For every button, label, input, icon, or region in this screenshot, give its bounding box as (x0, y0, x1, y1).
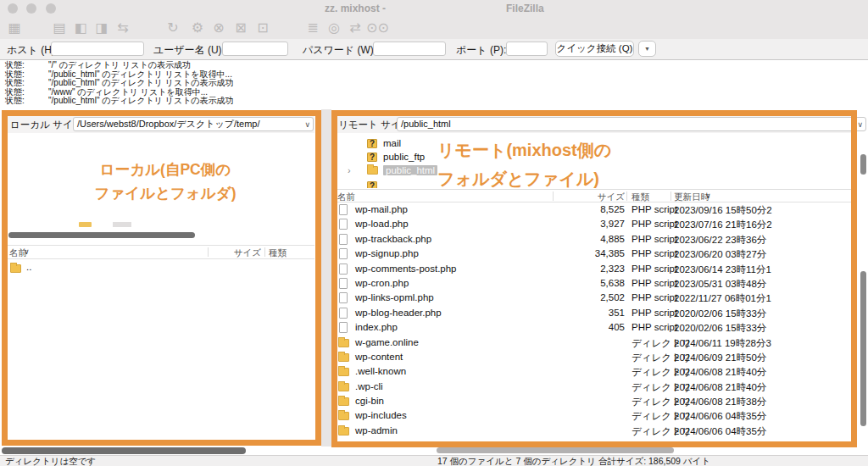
remote-file-row[interactable]: cgi-binディレクトリ2024/06/08 21時38分 (331, 394, 851, 408)
file-size: 2,502 (543, 292, 625, 302)
local-row-name: .. (26, 262, 31, 272)
remote-site-bar: リモート サイト: /public_html ∨ (337, 116, 851, 133)
port-input[interactable] (506, 42, 548, 56)
file-modified: 2024/06/11 19時28分3 (674, 337, 771, 350)
synchronized-browsing-icon[interactable]: ⇄ (345, 19, 365, 36)
remote-file-row[interactable]: wp-signup.php34,385PHP script2023/06/20 … (331, 247, 851, 261)
file-icon (339, 292, 348, 303)
directory-listing-icon[interactable]: ≣ (303, 19, 323, 36)
local-tree-vscrollbar[interactable] (315, 186, 320, 207)
file-name: wp-cron.php (355, 278, 409, 288)
file-size: 351 (543, 308, 625, 318)
expander-icon[interactable]: › (348, 165, 351, 175)
remote-annotation: リモート(mixhost側の フォルダとファイル) (437, 136, 611, 193)
remote-file-row[interactable]: wp-blog-header.php351PHP script2020/02/0… (331, 306, 851, 320)
message-log-toggle-icon[interactable]: ▤ (49, 19, 70, 36)
chevron-down-icon[interactable]: ∨ (304, 119, 310, 131)
chevron-down-icon[interactable]: ∨ (857, 119, 863, 131)
remote-file-row[interactable]: .wp-cliディレクトリ2024/06/08 21時40分 (331, 380, 851, 394)
remote-list-vscrollbar[interactable] (860, 271, 866, 426)
remote-file-row[interactable]: index.php405PHP script2020/02/06 15時33分 (331, 320, 851, 335)
remote-file-row[interactable]: w-game.onlineディレクトリ2024/06/11 19時28分3 (331, 336, 851, 350)
quickconnect-bar: ホスト (H): ユーザー名 (U): パスワード (W): ポート (P): … (0, 39, 868, 60)
folder-icon (338, 412, 349, 420)
local-tree-hscrollbar[interactable] (8, 232, 195, 238)
file-name: wp-includes (355, 410, 407, 420)
local-annotation: ローカル(自PC側の ファイルとフォルダ) (51, 158, 280, 205)
file-name: wp-admin (355, 425, 398, 435)
remote-file-list: wp-mail.php8,525PHP script2023/09/16 15時… (331, 202, 851, 439)
remote-file-row[interactable]: wp-mail.php8,525PHP script2023/09/16 15時… (331, 202, 851, 217)
local-site-combobox[interactable]: /Users/webst8/Dropbox/デスクトップ/temp/ ∨ (73, 117, 314, 131)
quickconnect-button[interactable]: クイック接続 (Q) (555, 41, 634, 57)
remote-file-row[interactable]: wp-comments-post.php2,323PHP script2023/… (331, 262, 851, 276)
username-input[interactable] (222, 42, 288, 56)
file-modified: 2024/06/08 21時40分 (674, 366, 766, 379)
remote-tree-toggle-icon[interactable]: ◨ (92, 19, 112, 36)
folder-question-icon: ? (367, 153, 377, 162)
remote-site-combobox[interactable]: /public_html ∨ (397, 117, 866, 131)
file-size: 34,385 (543, 248, 625, 258)
host-input[interactable] (51, 42, 144, 56)
process-queue-icon[interactable]: ⚙ (187, 19, 208, 36)
file-modified: 2024/06/06 04時35分 (674, 425, 766, 438)
remote-file-row[interactable]: wp-includesディレクトリ2024/06/06 04時35分 (331, 408, 851, 423)
folder-icon (338, 353, 349, 362)
file-size: 8,525 (543, 204, 625, 214)
reconnect-icon[interactable]: ⊡ (253, 19, 273, 36)
remote-column-modified[interactable]: 更新日時 (674, 191, 709, 203)
window-title-app: FileZilla (506, 3, 544, 14)
remote-file-row[interactable]: wp-links-opml.php2,502PHP script2022/11/… (331, 291, 851, 305)
file-name: w-game.online (355, 337, 419, 347)
remote-file-row[interactable]: wp-trackback.php4,885PHP script2023/06/2… (331, 232, 851, 247)
password-input[interactable] (373, 42, 446, 56)
password-label: パスワード (W): (303, 43, 376, 58)
remote-column-name[interactable]: 名前 (337, 191, 355, 203)
remote-column-type[interactable]: 種類 (632, 191, 649, 203)
quickconnect-dropdown-icon[interactable]: ▼ (638, 41, 656, 57)
remote-file-row[interactable]: wp-contentディレクトリ2024/06/09 21時50分 (331, 350, 851, 364)
log-message: "/public_html" のディレクトリ リストの表示成功 (48, 97, 234, 106)
refresh-icon[interactable]: ↻ (163, 19, 183, 36)
port-label: ポート (P): (456, 43, 506, 58)
minimize-window-icon[interactable] (26, 3, 36, 14)
cancel-icon[interactable]: ⊗ (209, 19, 229, 36)
remote-tree-vscrollbar[interactable] (860, 154, 866, 175)
local-tree-toggle-icon[interactable]: ◧ (70, 19, 91, 36)
file-modified: 2023/09/16 15時50分2 (674, 204, 772, 217)
remote-file-row[interactable]: wp-adminディレクトリ2024/06/06 04時35分 (331, 424, 851, 438)
log-message: "/" のディレクトリ リストの表示成功 (48, 61, 191, 70)
local-list-hscrollbar[interactable] (2, 447, 246, 454)
file-name: wp-trackback.php (355, 234, 431, 244)
local-column-size[interactable]: サイズ (216, 247, 261, 259)
remote-file-row[interactable]: wp-cron.php5,638PHP script2023/05/31 03時… (331, 276, 851, 291)
file-icon (339, 204, 348, 215)
file-modified: 2024/06/08 21時40分 (674, 381, 766, 394)
remote-column-size[interactable]: サイズ (577, 191, 625, 203)
status-bar: ディレクトリは空です 17 個のファイルと 7 個のディレクトリ 合計サイズ: … (0, 455, 868, 466)
find-files-icon[interactable]: ⊙⊙ (366, 19, 387, 36)
file-modified: 2024/06/09 21時50分 (674, 352, 766, 364)
zoom-window-icon[interactable] (46, 3, 56, 14)
message-log: 状態:"/" のディレクトリ リストの表示成功状態:"/public_html"… (0, 61, 868, 109)
disconnect-icon[interactable]: ⊠ (231, 19, 251, 36)
local-column-type[interactable]: 種類 (269, 247, 287, 259)
remote-list-hscrollbar[interactable] (437, 447, 674, 453)
file-icon (339, 248, 348, 259)
remote-file-row[interactable]: wp-load.php3,927PHP script2023/07/16 21時… (331, 217, 851, 231)
directory-comparison-icon[interactable]: ◎ (324, 19, 344, 36)
remote-file-row[interactable]: .well-knownディレクトリ2024/06/08 21時40分 (331, 364, 851, 379)
folder-icon (10, 264, 21, 273)
file-modified: 2023/07/16 21時16分2 (674, 219, 772, 231)
pane-splitter[interactable] (321, 109, 331, 447)
tree-item-label: public_ftp (383, 152, 425, 162)
folder-icon (338, 339, 349, 347)
file-icon (339, 264, 348, 275)
folder-icon (338, 397, 349, 406)
close-window-icon[interactable] (8, 3, 18, 14)
question-mark-glyph: ? (370, 139, 375, 148)
remote-site-path: /public_html (401, 119, 451, 129)
file-name: wp-signup.php (355, 248, 419, 258)
site-manager-icon[interactable]: ▦ (4, 19, 25, 36)
transfer-queue-toggle-icon[interactable]: ⇆ (113, 19, 133, 36)
